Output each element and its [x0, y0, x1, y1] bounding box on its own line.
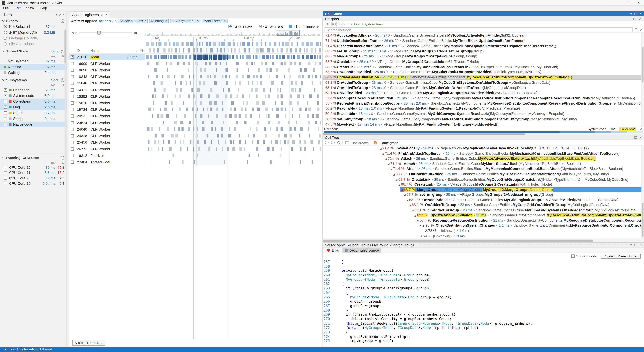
hotspot-row-createlink[interactable]: 68.7 % CreateLink •25 ms/0• Sandbox.Game… [323, 64, 644, 69]
calltree-row-onaddedtogroup[interactable]: ◢ 63.1 % OnAddedToGroup •23 ms •Sandbox.… [411, 208, 644, 213]
thread-activity-bars[interactable] [144, 93, 320, 100]
sort-total-link[interactable]: Total ↓ [339, 22, 349, 26]
gc-wait-legend[interactable]: GC Wait 0% [258, 24, 283, 28]
calltree-row-checkdistributionsystemchanges[interactable]: ▶ 2.96 % CheckDistributionSystemChanges … [419, 223, 644, 228]
scrollbar-thumb[interactable] [323, 240, 593, 242]
calltree-row-invokelocally[interactable]: ◢ 71.4 % InvokeLocally •26 ms •VRage.Net… [379, 146, 644, 151]
search-methods-input[interactable] [324, 27, 633, 32]
cpu-core-checkbox[interactable] [4, 171, 7, 174]
navigate-forward-icon[interactable]: › [331, 141, 335, 144]
thread-activity-bars[interactable] [144, 54, 320, 60]
thread-activity-bars[interactable] [144, 159, 320, 165]
thread-row-21016[interactable]: 21016 Main 37 ms [69, 54, 322, 60]
scrollbar-thumb[interactable] [642, 47, 644, 83]
search-icon[interactable] [634, 28, 638, 31]
thread-checkbox[interactable] [70, 75, 74, 78]
calltree-row-attach[interactable]: ◢ 71.4 % Attach •26 ms •Sandbox.Game.Ent… [390, 166, 644, 171]
thread-checkbox[interactable] [70, 161, 74, 164]
show-il-checkbox[interactable] [571, 255, 574, 258]
zoom-slider[interactable] [79, 32, 132, 33]
filter-thread-state-waiting[interactable]: Waiting 0.4 ms [0, 70, 66, 75]
thread-activity-bars[interactable] [144, 119, 320, 126]
hotspot-row-recreatephysicaldistributiongroups[interactable]: 55.7 % RecreatePhysicalDistributionGroup… [323, 101, 644, 106]
expanded-node-icon[interactable]: ◢ [392, 173, 396, 175]
filter-subsystem-system-code[interactable]: System code 3.9 ms [0, 93, 66, 98]
calltree-row-attach[interactable]: ◢ 71.4 % Attach •26 ms •Sandbox.Game.Ent… [384, 156, 644, 161]
close-icon[interactable]: ✕ [640, 243, 642, 247]
selection-end-line[interactable] [228, 37, 228, 339]
expanded-node-icon[interactable]: ◢ [387, 162, 390, 165]
chevron-down-icon[interactable]: ▾ [630, 136, 632, 139]
column-ms[interactable]: ms [121, 48, 137, 52]
minimize-button[interactable]: — [612, 0, 623, 5]
cpu-core-section-header[interactable]: Running: CPU Core ? [0, 155, 66, 160]
thread-checkbox[interactable] [70, 82, 74, 85]
filter-chip-running[interactable]: Running ✕ [149, 18, 169, 23]
chevron-down-icon[interactable]: ▾ [630, 12, 632, 15]
help-icon[interactable]: ? [61, 49, 64, 53]
thread-activity-bars[interactable] [144, 73, 320, 80]
thread-checkbox[interactable] [70, 154, 74, 157]
thread-activity-bars[interactable] [144, 139, 320, 146]
time-toggle-icon[interactable]: ms [332, 22, 336, 26]
hotspot-row-updateoncebeforeframe[interactable]: 71.4 % UpdateOnceBeforeFrame •26 ms/0• S… [323, 38, 644, 43]
menu-help[interactable]: Help [37, 6, 50, 10]
hotspot-row-set-m-group[interactable]: 68.7 % set_m_group •25 ms/1.3 ms• VRage.… [323, 48, 644, 54]
column-id[interactable]: ID [76, 48, 87, 52]
panel-splitter[interactable] [67, 11, 69, 347]
filter-chip-5-subsystems[interactable]: 5 Subsystems▾ ✕ [170, 18, 200, 23]
filter-subsystem-string[interactable]: String 0.7 ms [0, 110, 66, 116]
filter-chip-main-thread[interactable]: Main Thread ✕ [202, 18, 228, 23]
cpu-core-checkbox[interactable] [4, 182, 7, 185]
tab-error[interactable]: Error [324, 248, 342, 253]
calltree-row-attach[interactable]: ◢ 71.4 % Attach •26 ms •Sandbox.Game.Ent… [387, 161, 644, 166]
collapsed-node-icon[interactable]: ▶ [419, 224, 422, 227]
thread-activity-bars[interactable] [144, 60, 320, 67]
filter-subsystem-collections[interactable]: Collections 2.0 ms [0, 99, 66, 104]
hotspot-row-reachable[interactable]: 50.2 % Reachable •18 ms/1.0 ms• VRage.Al… [323, 106, 644, 111]
hotspot-row-reachable[interactable]: 50.2 % Reachable •18 ms/0• Sandbox.Game.… [323, 111, 644, 116]
filter-event-net-memory-allocations[interactable]: .NET Memory Allocations 0.3 MB [0, 29, 66, 35]
calltree-row-updatebeforesimulation[interactable]: ◢ 63.1 % UpdateBeforeSimulation •23 ms •… [414, 213, 644, 218]
thread-activity-bars[interactable] [144, 133, 320, 139]
hotspot-row-updatebeforesimulation[interactable]: 64.2 % UpdateBeforeSimulation •24 ms/1.0… [323, 75, 644, 80]
float-window-icon[interactable] [634, 12, 637, 15]
filter-subsystem-native-code[interactable]: Native code [0, 121, 66, 127]
calltree-row-createlink[interactable]: ◢ 68.7 % CreateLink •25 ms •Sandbox.Game… [394, 177, 644, 182]
timeline-overview[interactable] [144, 29, 320, 36]
hotspot-row-dispatchoncebeforeframe[interactable]: 71.4 % DispatchOnceBeforeFrame •26 ms/0•… [323, 43, 644, 48]
hotspots-scrollbar[interactable] [642, 33, 644, 127]
filter-subsystem-user-code[interactable]: User code 29 ms [0, 87, 66, 93]
zoom-in-label[interactable]: in [134, 30, 137, 34]
thread-activity-bars[interactable] [144, 67, 320, 73]
hotspot-row-onaddedtogroup[interactable]: 63.1 % OnAddedToGroup •23 ms/0• Sandbox.… [323, 80, 644, 85]
thread-activity-bars[interactable] [144, 80, 320, 87]
calltree-row-createlink[interactable]: ◢ 68.7 % CreateLink •25 ms •VRage.Groups… [397, 182, 644, 187]
cpu-core-checkbox[interactable] [4, 176, 7, 180]
thread-activity-bars[interactable] [144, 152, 320, 159]
hotspot-row-setentitygroup[interactable]: 50.2 % SetEntityGroup •18 ms/0• Sandbox.… [323, 116, 644, 121]
time-selection-rect[interactable] [193, 54, 228, 60]
expanded-node-icon[interactable]: ◢ [411, 209, 414, 212]
subsystems-clear-link[interactable]: clear [51, 78, 58, 82]
hotspot-row-onaddedtogroup[interactable]: 63.1 % OnAddedToGroup •23 ms/0• Sandbox.… [323, 85, 644, 90]
calltree-hscrollbar[interactable] [323, 239, 644, 242]
thread-activity-bars[interactable] [144, 146, 320, 152]
thread-state-section-header[interactable]: Thread State clear ? [0, 48, 66, 54]
chevron-down-icon[interactable]: ▾ [630, 243, 632, 247]
expanded-node-icon[interactable]: ◢ [394, 178, 398, 181]
expanded-node-icon[interactable]: ◢ [397, 183, 401, 186]
percent-toggle-icon[interactable]: % [325, 22, 330, 26]
search-settings-icon[interactable] [639, 28, 642, 31]
thread-checkbox[interactable] [70, 55, 74, 59]
source-code-view[interactable]: 257 } 258 259 private void MergeGroups( … [323, 259, 644, 347]
expanded-node-icon[interactable]: ◢ [400, 188, 404, 191]
settings-icon[interactable] [639, 17, 642, 20]
zoom-out-label[interactable]: out [72, 30, 77, 34]
subsystem-checkbox[interactable] [4, 94, 7, 97]
calltree-row-mergegroups[interactable]: ◢ 68.7 % MergeGroups •25 ms •VRage.Group… [400, 187, 644, 192]
thread-state-clear-link[interactable]: clear [51, 49, 58, 53]
events-section-header[interactable]: Events ? [0, 18, 66, 24]
float-window-icon[interactable] [634, 136, 637, 139]
expanded-node-icon[interactable]: ◢ [414, 214, 417, 217]
